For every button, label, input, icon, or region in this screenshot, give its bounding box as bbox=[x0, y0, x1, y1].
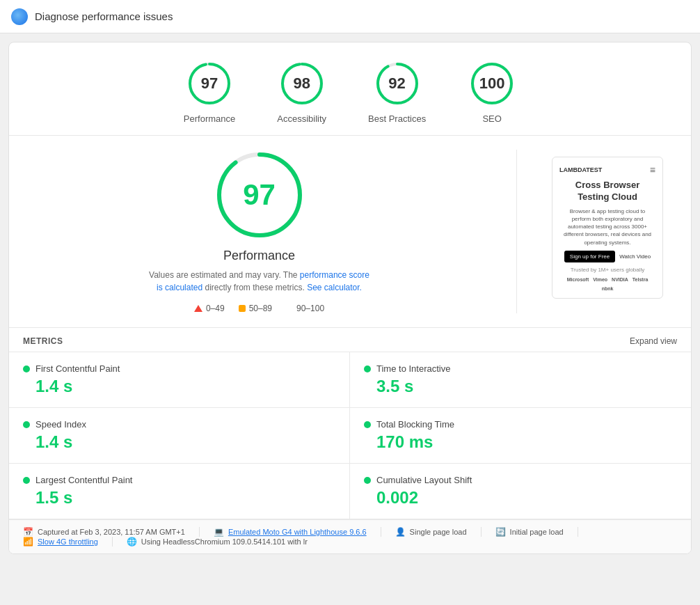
ad-brand-vimeo: Vimeo bbox=[593, 277, 607, 282]
footer-icon-1: 💻 bbox=[214, 527, 224, 537]
metric-value-5: 0.002 bbox=[364, 488, 677, 508]
score-num-accessibility: 98 bbox=[293, 74, 310, 93]
metric-name-5: Cumulative Layout Shift bbox=[376, 475, 472, 485]
score-item-accessibility: 98 Accessibility bbox=[277, 59, 326, 124]
perf-left: 97 Performance Values are estimated and … bbox=[37, 150, 482, 313]
footer-item-0: 📅Captured at Feb 3, 2023, 11:57 AM GMT+1 bbox=[23, 527, 200, 537]
footer-item-5: 🌐Using HeadlessChromium 109.0.5414.101 w… bbox=[127, 537, 321, 547]
metric-name-row-2: Speed Index bbox=[23, 419, 335, 430]
legend-average: 50–89 bbox=[239, 304, 272, 313]
footer-text-5: Using HeadlessChromium 109.0.5414.101 wi… bbox=[141, 537, 308, 546]
score-item-seo: 100 SEO bbox=[468, 59, 516, 124]
metric-name-row-3: Total Blocking Time bbox=[364, 419, 677, 430]
score-label-best-practices: Best Practices bbox=[368, 113, 426, 124]
score-item-performance: 97 Performance bbox=[184, 59, 235, 124]
footer-text-3: Initial page load bbox=[510, 528, 564, 536]
footer-icon-3: 🔄 bbox=[495, 527, 506, 537]
average-range: 50–89 bbox=[249, 304, 272, 313]
fail-icon bbox=[194, 305, 202, 312]
metrics-header: METRICS Expand view bbox=[9, 328, 691, 352]
card-footer: 📅Captured at Feb 3, 2023, 11:57 AM GMT+1… bbox=[9, 519, 691, 553]
metric-value-0: 1.4 s bbox=[23, 377, 335, 396]
metric-name-0: First Contentful Paint bbox=[35, 363, 120, 374]
metrics-label: METRICS bbox=[23, 336, 63, 346]
scores-row: 97 Performance 98 Accessibility 92 Best … bbox=[9, 42, 691, 136]
ad-brands: Microsoft Vimeo NVIDIA Telstra nbnk bbox=[559, 277, 655, 291]
ad-logo-text: LAMBDATEST bbox=[559, 166, 602, 173]
footer-item-2: 👤Single page load bbox=[395, 527, 482, 537]
metric-value-3: 170 ms bbox=[364, 432, 677, 452]
legend: 0–49 50–89 90–100 bbox=[194, 304, 324, 313]
footer-item-3: 🔄Initial page load bbox=[495, 527, 578, 537]
footer-icon-5: 🌐 bbox=[127, 537, 137, 547]
footer-link-1[interactable]: Emulated Moto G4 with Lighthouse 9.6.6 bbox=[228, 528, 367, 536]
perf-desc-prefix: Values are estimated and may vary. The bbox=[149, 270, 300, 280]
metric-name-row-1: Time to Interactive bbox=[364, 363, 677, 374]
perf-desc: Values are estimated and may vary. The p… bbox=[148, 269, 371, 294]
footer-icon-2: 👤 bbox=[395, 527, 406, 537]
big-score-value: 97 bbox=[243, 178, 276, 212]
expand-view-button[interactable]: Expand view bbox=[630, 336, 677, 346]
app-header: Diagnose performance issues bbox=[0, 0, 700, 33]
metrics-grid: First Contentful Paint 1.4 s Time to Int… bbox=[9, 352, 691, 519]
metric-name-row-4: Largest Contentful Paint bbox=[23, 475, 335, 485]
score-num-performance: 97 bbox=[201, 74, 218, 93]
score-num-best-practices: 92 bbox=[388, 74, 405, 93]
ad-signup-button[interactable]: Sign up for Free bbox=[564, 251, 615, 262]
footer-item-1: 💻Emulated Moto G4 with Lighthouse 9.6.6 bbox=[214, 527, 381, 537]
metric-name-3: Total Blocking Time bbox=[376, 419, 454, 430]
ad-menu-icon[interactable]: ≡ bbox=[650, 164, 655, 175]
ad-logo-row: LAMBDATEST ≡ bbox=[559, 164, 655, 175]
metric-dot-4 bbox=[23, 477, 30, 484]
metric-dot-0 bbox=[23, 366, 30, 372]
good-icon bbox=[286, 305, 293, 312]
metric-value-1: 3.5 s bbox=[364, 377, 677, 396]
score-item-best-practices: 92 Best Practices bbox=[368, 59, 426, 124]
average-icon bbox=[239, 305, 246, 312]
score-num-seo: 100 bbox=[479, 74, 505, 93]
footer-icon-0: 📅 bbox=[23, 527, 33, 537]
metric-value-4: 1.5 s bbox=[23, 488, 335, 508]
metric-dot-2 bbox=[23, 421, 30, 428]
legend-fail: 0–49 bbox=[194, 304, 225, 313]
metric-cell-1: Time to Interactive 3.5 s bbox=[350, 352, 691, 408]
divider-vertical bbox=[516, 150, 517, 313]
metric-name-4: Largest Contentful Paint bbox=[35, 475, 132, 485]
legend-good: 90–100 bbox=[286, 304, 324, 313]
footer-link-4[interactable]: Slow 4G throttling bbox=[38, 537, 98, 546]
ad-headline: Cross Browser Testing Cloud bbox=[559, 180, 655, 203]
performance-section: 97 Performance Values are estimated and … bbox=[9, 136, 691, 328]
metric-name-row-0: First Contentful Paint bbox=[23, 363, 335, 374]
ad-buttons-row: Sign up for Free Watch Video bbox=[559, 251, 655, 262]
app-icon bbox=[11, 8, 28, 25]
main-card: 97 Performance 98 Accessibility 92 Best … bbox=[8, 42, 692, 554]
ad-trusted: Trusted by 1M+ users globally bbox=[559, 267, 655, 273]
ad-brand-nbnk: nbnk bbox=[602, 286, 614, 291]
big-score-circle: 97 bbox=[214, 150, 305, 240]
score-circle-seo: 100 bbox=[468, 59, 516, 108]
metric-cell-2: Speed Index 1.4 s bbox=[9, 408, 350, 464]
score-circle-best-practices: 92 bbox=[373, 59, 422, 108]
ad-brand-nvidia: NVIDIA bbox=[612, 277, 628, 282]
metric-name-2: Speed Index bbox=[35, 419, 86, 430]
metric-cell-4: Largest Contentful Paint 1.5 s bbox=[9, 464, 350, 519]
ad-brand-telstra: Telstra bbox=[633, 277, 648, 282]
footer-item-4: 📶Slow 4G throttling bbox=[23, 537, 113, 547]
ad-watch-button[interactable]: Watch Video bbox=[619, 253, 651, 260]
good-range: 90–100 bbox=[296, 304, 324, 313]
footer-text-0: Captured at Feb 3, 2023, 11:57 AM GMT+1 bbox=[38, 528, 185, 536]
metric-cell-0: First Contentful Paint 1.4 s bbox=[9, 352, 350, 408]
metric-dot-3 bbox=[364, 421, 371, 428]
score-circle-performance: 97 bbox=[185, 59, 234, 108]
score-label-accessibility: Accessibility bbox=[277, 113, 326, 124]
score-circle-accessibility: 98 bbox=[278, 59, 326, 108]
metric-value-2: 1.4 s bbox=[23, 432, 335, 452]
footer-text-2: Single page load bbox=[410, 528, 467, 536]
metric-dot-5 bbox=[364, 477, 371, 484]
metric-name-1: Time to Interactive bbox=[376, 363, 450, 374]
perf-calc-link[interactable]: See calculator. bbox=[307, 283, 362, 292]
metric-cell-5: Cumulative Layout Shift 0.002 bbox=[350, 464, 691, 519]
footer-icon-4: 📶 bbox=[23, 537, 33, 547]
score-label-seo: SEO bbox=[482, 113, 501, 124]
perf-title: Performance bbox=[223, 249, 295, 263]
